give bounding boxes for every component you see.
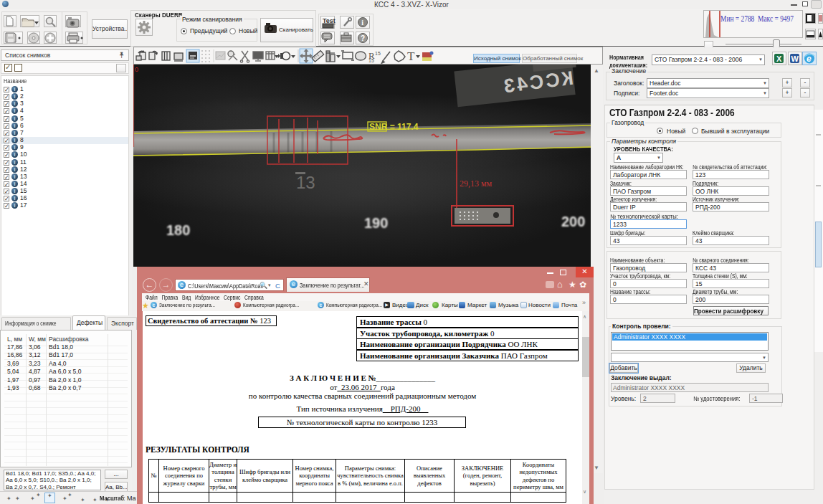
svg-text:Мин = 2788 Макс = 9497: Мин = 2788 Макс = 9497 — [720, 13, 794, 24]
svg-text:13: 13 — [296, 173, 315, 192]
svg-text:X: X — [776, 54, 782, 63]
svg-text:29,13 мм: 29,13 мм — [460, 179, 493, 189]
svg-text:180: 180 — [166, 222, 190, 238]
svg-text:190: 190 — [364, 215, 388, 231]
svg-text:SNR = 117.4: SNR = 117.4 — [369, 122, 419, 132]
svg-text:200: 200 — [561, 214, 585, 229]
svg-text:W: W — [791, 54, 799, 63]
svg-text:0: 0 — [135, 66, 138, 73]
svg-text:15: 15 — [375, 51, 381, 56]
svg-text:T: T — [407, 49, 415, 63]
svg-text:15: 15 — [368, 58, 374, 63]
